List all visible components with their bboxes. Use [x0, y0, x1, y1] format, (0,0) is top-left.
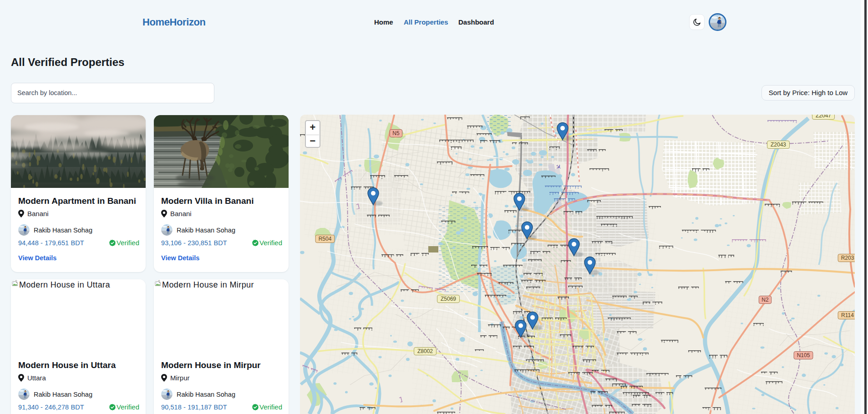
svg-text:R114: R114 — [841, 312, 854, 318]
svg-text:Z2043: Z2043 — [771, 141, 786, 148]
svg-text:N5: N5 — [392, 130, 400, 136]
svg-text:R504: R504 — [319, 236, 332, 242]
svg-text:Z5069: Z5069 — [441, 296, 456, 302]
svg-text:N2: N2 — [761, 297, 769, 303]
svg-text:N105: N105 — [797, 352, 810, 358]
svg-text:Z2047: Z2047 — [816, 115, 831, 119]
svg-text:Z8002: Z8002 — [417, 348, 433, 354]
svg-text:R203: R203 — [841, 255, 854, 261]
